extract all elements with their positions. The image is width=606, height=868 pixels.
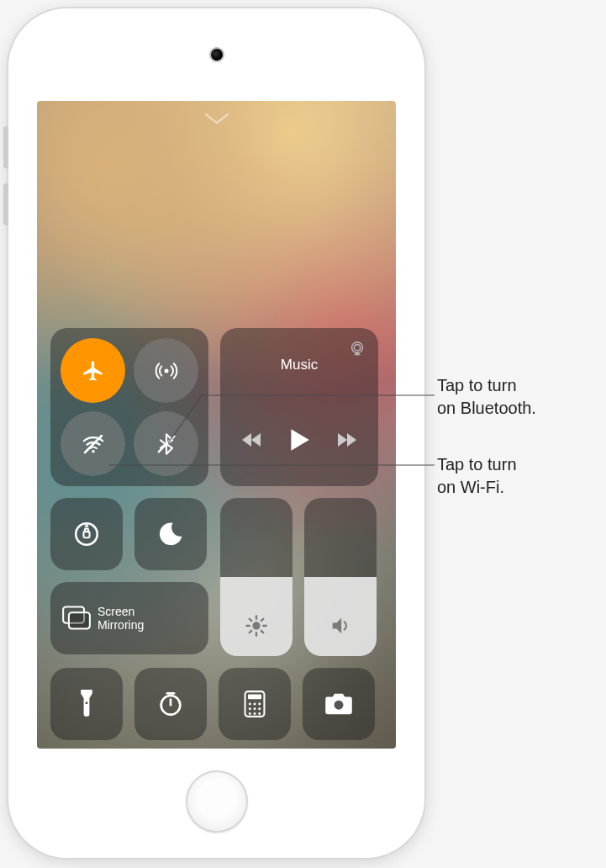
wifi-button[interactable]	[61, 411, 125, 476]
svg-point-5	[352, 342, 363, 353]
svg-point-10	[252, 622, 260, 629]
play-icon[interactable]	[287, 427, 311, 453]
svg-line-15	[250, 619, 251, 621]
chevron-down-icon[interactable]	[204, 113, 229, 126]
timer-icon	[157, 691, 184, 717]
volume-icon	[329, 614, 352, 638]
svg-line-16	[261, 631, 263, 632]
svg-line-17	[250, 631, 251, 632]
device-frame: Music	[8, 8, 424, 858]
screen-mirroring-icon	[62, 606, 91, 631]
svg-point-32	[254, 712, 256, 715]
airplane-mode-button[interactable]	[61, 338, 125, 403]
flashlight-icon	[77, 690, 96, 718]
svg-point-31	[249, 712, 251, 715]
svg-rect-9	[69, 612, 90, 628]
connectivity-module[interactable]	[50, 328, 208, 486]
svg-rect-24	[248, 695, 261, 700]
bluetooth-button[interactable]	[134, 411, 198, 476]
svg-point-28	[249, 707, 251, 710]
camera-button[interactable]	[303, 668, 375, 740]
calculator-icon	[244, 691, 266, 717]
media-module[interactable]: Music	[220, 328, 378, 486]
callout-bluetooth: Tap to turn on Bluetooth.	[437, 374, 536, 420]
media-title: Music	[232, 357, 366, 373]
do-not-disturb-button[interactable]	[134, 498, 207, 570]
control-center: Music	[50, 328, 382, 749]
svg-point-19	[86, 701, 88, 704]
svg-point-30	[258, 707, 261, 710]
callout-wifi: Tap to turn on Wi-Fi.	[437, 453, 536, 499]
svg-point-26	[254, 703, 256, 706]
timer-button[interactable]	[134, 668, 207, 740]
orientation-lock-icon	[72, 520, 101, 548]
screen: Music	[37, 101, 396, 749]
front-camera	[211, 49, 223, 61]
volume-slider[interactable]	[304, 498, 377, 656]
svg-point-1	[92, 450, 95, 453]
svg-point-0	[164, 368, 168, 373]
previous-track-icon[interactable]	[242, 431, 262, 448]
screen-mirroring-button[interactable]: Screen Mirroring	[50, 582, 208, 654]
airplane-mode-icon	[82, 359, 105, 383]
do-not-disturb-icon	[157, 521, 184, 548]
airdrop-icon	[154, 358, 179, 384]
next-track-icon[interactable]	[336, 431, 356, 448]
svg-rect-7	[83, 532, 89, 537]
airplay-icon[interactable]	[348, 340, 366, 358]
bluetooth-off-icon	[155, 432, 178, 456]
svg-point-4	[354, 345, 360, 351]
svg-point-29	[254, 707, 256, 710]
svg-point-33	[258, 712, 261, 715]
callouts: Tap to turn on Bluetooth. Tap to turn on…	[437, 374, 536, 532]
svg-point-27	[258, 703, 261, 706]
svg-line-18	[261, 619, 263, 621]
orientation-lock-button[interactable]	[50, 498, 123, 570]
screen-mirroring-label: Screen Mirroring	[97, 605, 144, 632]
brightness-icon	[245, 614, 268, 638]
svg-point-25	[249, 703, 251, 706]
airdrop-button[interactable]	[134, 338, 198, 403]
wifi-off-icon	[81, 431, 106, 457]
home-button[interactable]	[186, 770, 248, 833]
calculator-button[interactable]	[219, 668, 291, 740]
camera-icon	[324, 692, 353, 716]
brightness-slider[interactable]	[220, 498, 292, 656]
volume-hardware	[3, 126, 8, 241]
flashlight-button[interactable]	[50, 668, 123, 740]
